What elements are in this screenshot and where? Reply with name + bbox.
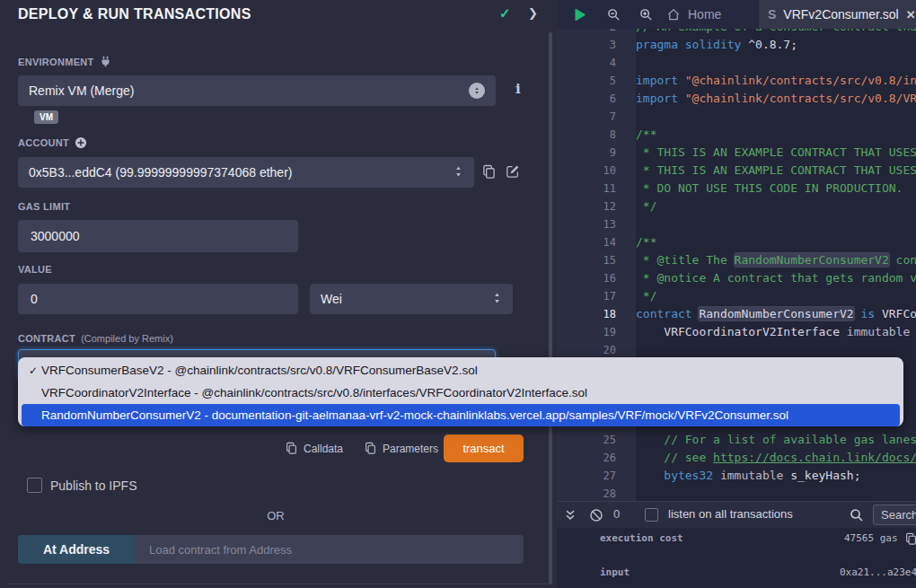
code-line[interactable]: 15 * @title The RandomNumberConsumerV2 c… bbox=[557, 251, 916, 269]
code-line[interactable]: 14/** bbox=[557, 233, 916, 251]
zoom-out-icon[interactable] bbox=[607, 8, 621, 22]
contract-dropdown-list: ✓VRFConsumerBaseV2 - @chainlink/contract… bbox=[18, 357, 903, 426]
value-unit-select[interactable]: Wei bbox=[310, 284, 513, 314]
code-text: // An example of a consumer contract tha… bbox=[636, 29, 916, 36]
account-label: ACCOUNT bbox=[18, 136, 87, 149]
account-select[interactable]: 0x5B3...eddC4 (99.99999999997374068 ethe… bbox=[18, 157, 474, 188]
copy-icon[interactable] bbox=[482, 164, 496, 180]
info-icon[interactable]: i bbox=[515, 81, 521, 97]
terminal-search-input[interactable] bbox=[873, 505, 916, 525]
value-input[interactable] bbox=[29, 291, 287, 307]
line-number: 28 bbox=[557, 485, 636, 501]
line-number: 12 bbox=[557, 197, 636, 215]
up-down-arrows-icon[interactable] bbox=[469, 83, 485, 99]
line-number: 2 bbox=[557, 29, 636, 36]
code-text: bytes32 immutable s_keyHash; bbox=[636, 467, 860, 485]
terminal-row: execution cost47565 gas bbox=[557, 531, 916, 546]
code-text: * THIS IS AN EXAMPLE CONTRACT THAT USES … bbox=[636, 144, 916, 162]
code-text: pragma solidity ^0.8.7; bbox=[636, 36, 797, 54]
code-text: contract RandomNumberConsumerV2 is VRFCo… bbox=[636, 305, 916, 323]
code-line[interactable]: 6import "@chainlink/contracts/src/v0.8/V… bbox=[557, 90, 916, 108]
copy-icon[interactable] bbox=[905, 532, 916, 546]
code-line[interactable]: 3pragma solidity ^0.8.7; bbox=[557, 36, 916, 54]
code-editor[interactable]: 2// An example of a consumer contract th… bbox=[557, 29, 916, 501]
at-address-input[interactable] bbox=[147, 541, 511, 557]
contract-option[interactable]: ✓VRFConsumerBaseV2 - @chainlink/contract… bbox=[18, 359, 903, 382]
line-number: 8 bbox=[557, 126, 636, 144]
parameters-button[interactable]: Parameters bbox=[365, 442, 438, 455]
copy-icon bbox=[365, 442, 376, 455]
code-line[interactable]: 18contract RandomNumberConsumerV2 is VRF… bbox=[557, 305, 916, 323]
section-divider bbox=[7, 584, 550, 584]
code-text: */ bbox=[636, 197, 656, 215]
terminal-key: input bbox=[600, 566, 630, 580]
option-check-icon: ✓ bbox=[29, 364, 41, 377]
tab-home[interactable]: Home bbox=[654, 0, 734, 29]
at-address-field bbox=[135, 535, 524, 564]
gas-limit-field bbox=[18, 220, 298, 252]
code-line[interactable]: 26 // see https://docs.chain.link/docs/v… bbox=[557, 449, 916, 467]
code-line[interactable]: 10 * THIS IS AN EXAMPLE CONTRACT THAT US… bbox=[557, 162, 916, 180]
calldata-button[interactable]: Calldata bbox=[286, 442, 343, 455]
line-number: 10 bbox=[557, 162, 636, 180]
code-line[interactable]: 27 bytes32 immutable s_keyHash; bbox=[557, 467, 916, 485]
environment-select[interactable]: Remix VM (Merge) bbox=[18, 75, 496, 106]
code-text: // For a list of available gas lanes, bbox=[636, 431, 916, 449]
line-number: 16 bbox=[557, 269, 636, 287]
code-line[interactable]: 13 bbox=[557, 215, 916, 233]
terminal-key: execution cost bbox=[600, 531, 683, 546]
gas-limit-input[interactable] bbox=[29, 228, 287, 244]
search-icon[interactable] bbox=[850, 508, 864, 522]
code-line[interactable]: 19 VRFCoordinatorV2Interface immutable C… bbox=[557, 323, 916, 341]
terminal-row: input0xa21...a23e4 bbox=[557, 566, 916, 580]
terminal-toolbar: 0 listen on all transactions bbox=[557, 501, 916, 529]
code-line[interactable]: 8/** bbox=[557, 126, 916, 144]
code-line[interactable]: 16 * @notice A contract that gets random… bbox=[557, 269, 916, 287]
code-line[interactable]: 20 bbox=[557, 341, 916, 359]
publish-ipfs-label: Publish to IPFS bbox=[50, 478, 137, 493]
code-text: VRFCoordinatorV2Interface immutable COOR… bbox=[636, 323, 916, 341]
code-line[interactable]: 4 bbox=[557, 54, 916, 72]
code-line[interactable]: 11 * DO NOT USE THIS CODE IN PRODUCTION. bbox=[557, 180, 916, 197]
value-unit: Wei bbox=[321, 292, 342, 306]
contract-option[interactable]: VRFCoordinatorV2Interface - @chainlink/c… bbox=[18, 382, 903, 404]
transact-button[interactable]: transact bbox=[444, 434, 524, 462]
code-line[interactable]: 9 * THIS IS AN EXAMPLE CONTRACT THAT USE… bbox=[557, 144, 916, 162]
listen-all-checkbox[interactable] bbox=[645, 508, 658, 522]
code-line[interactable]: 25 // For a list of available gas lanes, bbox=[557, 431, 916, 449]
code-line[interactable]: 28 bbox=[557, 485, 916, 501]
publish-ipfs-checkbox[interactable] bbox=[27, 478, 42, 493]
contract-option[interactable]: RandomNumberConsumerV2 - documentation-g… bbox=[22, 404, 900, 426]
line-number: 5 bbox=[557, 72, 636, 90]
code-line[interactable]: 2// An example of a consumer contract th… bbox=[557, 29, 916, 36]
double-chevron-down-icon[interactable] bbox=[564, 509, 577, 522]
code-line[interactable]: 12 */ bbox=[557, 197, 916, 215]
ban-icon[interactable] bbox=[589, 508, 603, 522]
code-line[interactable]: 17 */ bbox=[557, 287, 916, 305]
line-number: 3 bbox=[557, 36, 636, 54]
run-play-icon[interactable] bbox=[572, 7, 587, 22]
chevron-right-icon[interactable]: ❯ bbox=[528, 6, 538, 20]
panel-scrollbar[interactable] bbox=[549, 32, 552, 584]
tab-vrfv2consumer[interactable]: S VRFv2Consumer.sol ✕ bbox=[759, 0, 916, 29]
line-number: 6 bbox=[557, 90, 636, 108]
at-address-button[interactable]: At Address bbox=[18, 535, 135, 564]
deploy-run-panel: DEPLOY & RUN TRANSACTIONS ✓ ❯ ENVIRONMEN… bbox=[0, 0, 558, 588]
zoom-in-icon[interactable] bbox=[639, 8, 653, 22]
line-number: 7 bbox=[557, 108, 636, 126]
line-number: 19 bbox=[557, 323, 636, 341]
edit-pencil-icon[interactable] bbox=[506, 164, 520, 179]
line-number: 9 bbox=[557, 144, 636, 162]
close-icon[interactable]: ✕ bbox=[906, 8, 916, 22]
terminal-output: execution cost47565 gasinput0xa21...a23e… bbox=[557, 528, 916, 588]
code-lines: 2// An example of a consumer contract th… bbox=[557, 29, 916, 501]
code-line[interactable]: 7 bbox=[557, 108, 916, 126]
option-label: VRFConsumerBaseV2 - @chainlink/contracts… bbox=[41, 364, 478, 377]
code-text: // see https://docs.chain.link/docs/vrf-… bbox=[636, 449, 916, 467]
plus-circle-icon[interactable] bbox=[75, 136, 87, 149]
up-down-arrows-icon bbox=[492, 292, 502, 307]
line-number: 15 bbox=[557, 251, 636, 269]
option-label: VRFCoordinatorV2Interface - @chainlink/c… bbox=[41, 386, 587, 399]
environment-label: ENVIRONMENT bbox=[18, 56, 111, 67]
code-line[interactable]: 5import "@chainlink/contracts/src/v0.8/i… bbox=[557, 72, 916, 90]
